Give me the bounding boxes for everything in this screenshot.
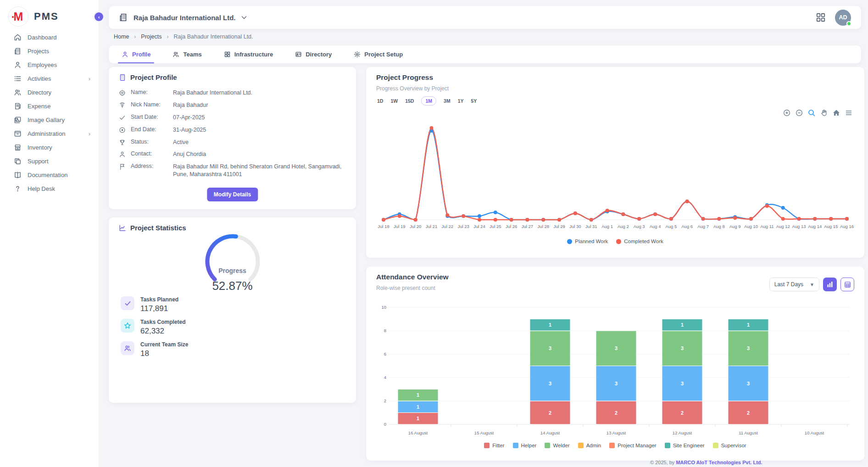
sidebar-item-directory[interactable]: Directory — [0, 85, 99, 99]
sidebar-item-documentation[interactable]: Documentation — [0, 168, 99, 182]
legend-item[interactable]: Admin — [578, 443, 601, 448]
zoom-out-icon[interactable] — [796, 109, 803, 117]
attendance-controls: Last 7 Days ▼ — [769, 278, 854, 291]
person-icon — [119, 151, 126, 158]
online-status-dot — [846, 21, 851, 26]
tab-project-setup[interactable]: Project Setup — [354, 45, 403, 63]
legend-item[interactable]: Fitter — [484, 443, 504, 448]
date-range-dropdown[interactable]: Last 7 Days ▼ — [769, 278, 819, 291]
copy-icon — [14, 157, 22, 165]
menu-icon[interactable] — [845, 109, 852, 117]
svg-text:Jul 26: Jul 26 — [506, 224, 517, 229]
card-title: Project Statistics — [130, 224, 186, 232]
svg-text:Aug 14: Aug 14 — [808, 224, 822, 229]
range-1m[interactable]: 1M — [421, 96, 436, 106]
svg-text:Aug 2: Aug 2 — [618, 224, 629, 229]
svg-text:Jul 28: Jul 28 — [538, 224, 549, 229]
sidebar-collapse-button[interactable]: ‹ — [93, 11, 105, 22]
field-value: 07-Apr-2025 — [173, 114, 347, 122]
zoom-in-icon[interactable] — [783, 109, 790, 117]
modify-details-button[interactable]: Modify Details — [207, 188, 258, 201]
sidebar-item-dashboard[interactable]: Dashboard — [0, 30, 99, 44]
svg-text:Jul 27: Jul 27 — [522, 224, 533, 229]
check-icon — [119, 114, 126, 121]
card-title: Project Progress — [376, 73, 433, 82]
svg-text:Jul 21: Jul 21 — [426, 224, 437, 229]
legend-item[interactable]: Planned Work — [567, 239, 608, 244]
building-icon — [119, 13, 128, 22]
svg-text:1: 1 — [417, 416, 419, 421]
sidebar-item-projects[interactable]: Projects — [0, 44, 99, 58]
tab-teams[interactable]: Teams — [172, 45, 201, 63]
breadcrumb-separator: › — [167, 33, 169, 40]
field-label: Name: — [131, 89, 173, 97]
svg-text:8: 8 — [384, 328, 386, 333]
legend-item[interactable]: Site Engineer — [665, 443, 705, 448]
field-label: Start Date: — [131, 114, 173, 122]
field-value: Active — [173, 139, 347, 146]
range-5y[interactable]: 5Y — [471, 97, 477, 105]
card-subtitle: Role-wise present count — [376, 285, 435, 291]
progress-line-chart[interactable]: Jul 18Jul 19Jul 20Jul 21Jul 22Jul 23Jul … — [375, 117, 855, 235]
tab-infrastructure[interactable]: Infrastructure — [224, 45, 273, 63]
receipt-icon — [14, 102, 22, 110]
sidebar-item-inventory[interactable]: Inventory — [0, 140, 99, 154]
breadcrumb-projects[interactable]: Projects — [141, 33, 161, 40]
sidebar-item-expense[interactable]: Expense — [0, 99, 99, 113]
book-icon — [14, 171, 22, 179]
field-value: Raja Bahadur International Ltd. — [173, 89, 347, 97]
field-label: Nick Name: — [131, 101, 173, 109]
svg-text:3: 3 — [681, 345, 684, 351]
bar-chart-view-button[interactable] — [823, 278, 837, 291]
svg-text:3: 3 — [747, 381, 750, 386]
project-progress-card: Project Progress Progress Overview by Pr… — [366, 67, 864, 258]
table-view-button[interactable] — [840, 278, 854, 291]
svg-text:3: 3 — [681, 381, 684, 386]
company-link[interactable]: MARCO AIoT Technologies Pvt. Ltd. — [676, 460, 762, 465]
legend-item[interactable]: Completed Work — [616, 239, 663, 244]
range-1d[interactable]: 1D — [377, 97, 383, 105]
company-selector[interactable]: Raja Bahadur International Ltd. — [119, 13, 247, 22]
legend-item[interactable]: Supervisor — [713, 443, 746, 448]
svg-text:6: 6 — [384, 351, 386, 356]
sidebar-item-activities[interactable]: Activities › — [0, 72, 99, 85]
sidebar-item-employees[interactable]: Activities Employees — [0, 58, 99, 72]
legend-item[interactable]: Project Manager — [609, 443, 656, 448]
svg-text:Aug 6: Aug 6 — [681, 224, 693, 229]
chevron-right-icon: › — [89, 130, 90, 137]
selection-zoom-icon[interactable] — [808, 109, 815, 117]
attendance-overview-card: Attendance Overview Role-wise present co… — [366, 267, 864, 461]
range-1w[interactable]: 1W — [390, 97, 398, 105]
chevron-down-icon — [241, 16, 247, 19]
sidebar-nav: Dashboard Projects Activities Employees … — [0, 30, 99, 195]
brand-logo-icon: M — [8, 6, 28, 27]
pan-icon[interactable] — [820, 109, 828, 117]
svg-text:Aug 1: Aug 1 — [601, 224, 613, 229]
svg-text:Aug 7: Aug 7 — [697, 224, 709, 229]
image-icon — [14, 116, 22, 124]
tab-directory[interactable]: Directory — [295, 45, 332, 63]
avatar[interactable]: AD — [835, 10, 851, 26]
range-3m[interactable]: 3M — [444, 97, 451, 105]
id-card-icon — [295, 51, 302, 58]
breadcrumb-home[interactable]: Home — [114, 33, 129, 40]
attendance-bar-chart[interactable]: 024681011116 August15 August233114 Augus… — [373, 300, 858, 439]
sidebar-item-help-desk[interactable]: Help Desk — [0, 182, 99, 195]
svg-text:Jul 25: Jul 25 — [490, 224, 501, 229]
sidebar-item-image-gallery[interactable]: Image Gallary — [0, 113, 99, 127]
home-reset-icon[interactable] — [833, 109, 840, 117]
list-icon — [14, 75, 22, 83]
range-15d[interactable]: 15D — [405, 97, 414, 105]
legend-item[interactable]: Welder — [545, 443, 569, 448]
sidebar-item-administration[interactable]: Administration › — [0, 127, 99, 140]
sidebar-item-support[interactable]: Support — [0, 154, 99, 168]
svg-text:15 August: 15 August — [474, 430, 494, 435]
tab-profile[interactable]: Profile — [122, 45, 150, 63]
sidebar-item-label: Directory — [28, 89, 51, 96]
brand-name: PMS — [34, 11, 59, 22]
stat-tasks-completed: Tasks Completed 62,332 — [121, 319, 185, 336]
apps-grid-icon[interactable] — [816, 12, 826, 22]
legend-item[interactable]: Helper — [513, 443, 537, 448]
card-subtitle: Progress Overview by Project — [376, 85, 449, 92]
range-1y[interactable]: 1Y — [458, 97, 464, 105]
